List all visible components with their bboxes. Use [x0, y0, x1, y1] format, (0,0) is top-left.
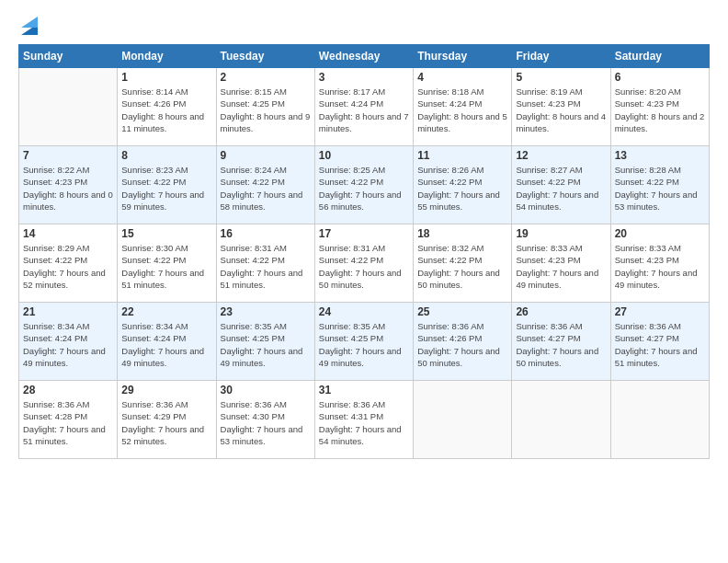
day-info: Sunrise: 8:36 AMSunset: 4:27 PMDaylight:…: [516, 320, 606, 369]
logo-icon: [21, 15, 38, 35]
day-info: Sunrise: 8:26 AMSunset: 4:22 PMDaylight:…: [417, 164, 507, 213]
day-number: 27: [615, 305, 705, 318]
day-number: 6: [615, 71, 705, 84]
day-info: Sunrise: 8:36 AMSunset: 4:31 PMDaylight:…: [319, 398, 409, 447]
day-number: 13: [615, 149, 705, 162]
day-info: Sunrise: 8:22 AMSunset: 4:23 PMDaylight:…: [23, 164, 113, 213]
calendar-cell: 25Sunrise: 8:36 AMSunset: 4:26 PMDayligh…: [414, 303, 512, 381]
weekday-header-tuesday: Tuesday: [216, 45, 314, 68]
calendar-cell: 11Sunrise: 8:26 AMSunset: 4:22 PMDayligh…: [414, 146, 512, 224]
page: SundayMondayTuesdayWednesdayThursdayFrid…: [0, 0, 728, 563]
day-info: Sunrise: 8:30 AMSunset: 4:22 PMDaylight:…: [121, 242, 211, 291]
calendar-cell: 6Sunrise: 8:20 AMSunset: 4:23 PMDaylight…: [610, 68, 709, 146]
calendar-cell: 18Sunrise: 8:32 AMSunset: 4:22 PMDayligh…: [414, 224, 512, 303]
calendar-cell: 29Sunrise: 8:36 AMSunset: 4:29 PMDayligh…: [118, 381, 216, 459]
calendar-table: SundayMondayTuesdayWednesdayThursdayFrid…: [18, 44, 710, 459]
day-info: Sunrise: 8:17 AMSunset: 4:24 PMDaylight:…: [319, 86, 409, 134]
day-info: Sunrise: 8:31 AMSunset: 4:22 PMDaylight:…: [319, 242, 409, 291]
weekday-header-friday: Friday: [512, 45, 610, 68]
day-info: Sunrise: 8:36 AMSunset: 4:26 PMDaylight:…: [417, 320, 507, 369]
day-info: Sunrise: 8:35 AMSunset: 4:25 PMDaylight:…: [319, 320, 409, 369]
calendar-cell: 12Sunrise: 8:27 AMSunset: 4:22 PMDayligh…: [512, 146, 610, 224]
day-info: Sunrise: 8:29 AMSunset: 4:22 PMDaylight:…: [23, 242, 113, 291]
day-info: Sunrise: 8:32 AMSunset: 4:22 PMDaylight:…: [417, 242, 507, 291]
day-number: 4: [417, 71, 507, 84]
day-number: 8: [121, 149, 211, 162]
header: [18, 17, 710, 35]
day-info: Sunrise: 8:28 AMSunset: 4:22 PMDaylight:…: [615, 164, 705, 213]
calendar-week-3: 14Sunrise: 8:29 AMSunset: 4:22 PMDayligh…: [19, 224, 710, 303]
day-number: 2: [221, 71, 311, 84]
calendar-cell: 22Sunrise: 8:34 AMSunset: 4:24 PMDayligh…: [118, 303, 216, 381]
day-number: 17: [319, 227, 409, 240]
day-number: 3: [319, 71, 409, 84]
day-info: Sunrise: 8:36 AMSunset: 4:28 PMDaylight:…: [23, 398, 113, 447]
day-info: Sunrise: 8:23 AMSunset: 4:22 PMDaylight:…: [121, 164, 211, 213]
calendar-cell: 31Sunrise: 8:36 AMSunset: 4:31 PMDayligh…: [314, 381, 413, 459]
day-info: Sunrise: 8:33 AMSunset: 4:23 PMDaylight:…: [615, 242, 705, 291]
day-info: Sunrise: 8:36 AMSunset: 4:27 PMDaylight:…: [615, 320, 705, 369]
day-number: 7: [23, 149, 113, 162]
calendar-cell: 20Sunrise: 8:33 AMSunset: 4:23 PMDayligh…: [610, 224, 709, 303]
day-number: 23: [221, 305, 311, 318]
calendar-cell: [414, 381, 512, 459]
day-info: Sunrise: 8:18 AMSunset: 4:24 PMDaylight:…: [417, 86, 507, 134]
day-info: Sunrise: 8:34 AMSunset: 4:24 PMDaylight:…: [121, 320, 211, 369]
svg-marker-1: [21, 17, 38, 28]
day-number: 16: [221, 227, 311, 240]
calendar-cell: 17Sunrise: 8:31 AMSunset: 4:22 PMDayligh…: [314, 224, 413, 303]
day-number: 30: [221, 384, 311, 396]
day-number: 1: [121, 71, 211, 84]
weekday-header-wednesday: Wednesday: [314, 45, 413, 68]
calendar-cell: 7Sunrise: 8:22 AMSunset: 4:23 PMDaylight…: [19, 146, 118, 224]
day-info: Sunrise: 8:25 AMSunset: 4:22 PMDaylight:…: [319, 164, 409, 213]
calendar-cell: 30Sunrise: 8:36 AMSunset: 4:30 PMDayligh…: [216, 381, 314, 459]
day-number: 18: [417, 227, 507, 240]
day-number: 15: [121, 227, 211, 240]
calendar-week-4: 21Sunrise: 8:34 AMSunset: 4:24 PMDayligh…: [19, 303, 710, 381]
calendar-cell: 19Sunrise: 8:33 AMSunset: 4:23 PMDayligh…: [512, 224, 610, 303]
day-number: 25: [417, 305, 507, 318]
day-info: Sunrise: 8:36 AMSunset: 4:29 PMDaylight:…: [121, 398, 211, 447]
calendar-cell: 1Sunrise: 8:14 AMSunset: 4:26 PMDaylight…: [118, 68, 216, 146]
day-number: 5: [516, 71, 606, 84]
calendar-week-5: 28Sunrise: 8:36 AMSunset: 4:28 PMDayligh…: [19, 381, 710, 459]
calendar-cell: 3Sunrise: 8:17 AMSunset: 4:24 PMDaylight…: [314, 68, 413, 146]
day-info: Sunrise: 8:14 AMSunset: 4:26 PMDaylight:…: [121, 86, 211, 134]
calendar-cell: [19, 68, 118, 146]
calendar-cell: 9Sunrise: 8:24 AMSunset: 4:22 PMDaylight…: [216, 146, 314, 224]
weekday-header-saturday: Saturday: [610, 45, 709, 68]
calendar-cell: 15Sunrise: 8:30 AMSunset: 4:22 PMDayligh…: [118, 224, 216, 303]
day-number: 29: [121, 384, 211, 396]
day-info: Sunrise: 8:24 AMSunset: 4:22 PMDaylight:…: [221, 164, 311, 213]
day-info: Sunrise: 8:31 AMSunset: 4:22 PMDaylight:…: [221, 242, 311, 291]
day-info: Sunrise: 8:15 AMSunset: 4:25 PMDaylight:…: [221, 86, 311, 134]
day-number: 9: [221, 149, 311, 162]
day-info: Sunrise: 8:19 AMSunset: 4:23 PMDaylight:…: [516, 86, 606, 134]
calendar-cell: 4Sunrise: 8:18 AMSunset: 4:24 PMDaylight…: [414, 68, 512, 146]
weekday-header-monday: Monday: [118, 45, 216, 68]
day-info: Sunrise: 8:33 AMSunset: 4:23 PMDaylight:…: [516, 242, 606, 291]
calendar-cell: [512, 381, 610, 459]
weekday-header-thursday: Thursday: [414, 45, 512, 68]
calendar-cell: 2Sunrise: 8:15 AMSunset: 4:25 PMDaylight…: [216, 68, 314, 146]
weekday-header-sunday: Sunday: [19, 45, 118, 68]
day-number: 20: [615, 227, 705, 240]
day-info: Sunrise: 8:35 AMSunset: 4:25 PMDaylight:…: [221, 320, 311, 369]
calendar-cell: 8Sunrise: 8:23 AMSunset: 4:22 PMDaylight…: [118, 146, 216, 224]
day-number: 26: [516, 305, 606, 318]
day-info: Sunrise: 8:27 AMSunset: 4:22 PMDaylight:…: [516, 164, 606, 213]
calendar-cell: 28Sunrise: 8:36 AMSunset: 4:28 PMDayligh…: [19, 381, 118, 459]
day-number: 19: [516, 227, 606, 240]
calendar-cell: [610, 381, 709, 459]
day-number: 31: [319, 384, 409, 396]
day-info: Sunrise: 8:20 AMSunset: 4:23 PMDaylight:…: [615, 86, 705, 134]
day-number: 21: [23, 305, 113, 318]
day-info: Sunrise: 8:36 AMSunset: 4:30 PMDaylight:…: [221, 398, 311, 447]
day-info: Sunrise: 8:34 AMSunset: 4:24 PMDaylight:…: [23, 320, 113, 369]
day-number: 24: [319, 305, 409, 318]
day-number: 22: [121, 305, 211, 318]
calendar-cell: 5Sunrise: 8:19 AMSunset: 4:23 PMDaylight…: [512, 68, 610, 146]
calendar-cell: 21Sunrise: 8:34 AMSunset: 4:24 PMDayligh…: [19, 303, 118, 381]
calendar-header-row: SundayMondayTuesdayWednesdayThursdayFrid…: [19, 45, 710, 68]
